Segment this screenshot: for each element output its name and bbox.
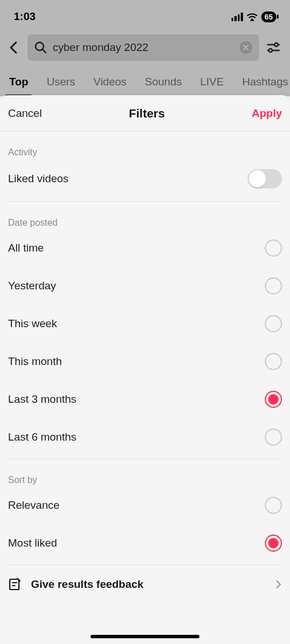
filter-settings-button[interactable] bbox=[265, 39, 282, 56]
row-relevance[interactable]: Relevance bbox=[8, 486, 282, 524]
tab-live[interactable]: LIVE bbox=[191, 70, 233, 96]
svg-rect-7 bbox=[10, 579, 19, 590]
sheet-header: Cancel Filters Apply bbox=[0, 95, 290, 131]
status-right: 65 bbox=[232, 11, 276, 22]
tab-top[interactable]: Top bbox=[0, 70, 37, 96]
section-date-posted: Date posted All time Yesterday This week… bbox=[0, 202, 290, 456]
liked-videos-toggle[interactable] bbox=[248, 169, 282, 189]
row-liked-videos[interactable]: Liked videos bbox=[8, 159, 282, 199]
back-button[interactable] bbox=[6, 40, 22, 56]
search-input[interactable] bbox=[53, 41, 234, 54]
section-activity: Activity Liked videos bbox=[0, 131, 290, 199]
svg-point-0 bbox=[251, 18, 253, 21]
clear-search-button[interactable] bbox=[240, 41, 252, 54]
radio-this-week[interactable] bbox=[265, 315, 282, 332]
row-yesterday[interactable]: Yesterday bbox=[8, 267, 282, 305]
sheet-title: Filters bbox=[129, 107, 165, 120]
row-this-month[interactable]: This month bbox=[8, 343, 282, 380]
option-label: Relevance bbox=[8, 499, 60, 512]
radio-this-month[interactable] bbox=[265, 353, 282, 370]
radio-most-liked[interactable] bbox=[265, 535, 282, 552]
option-label: Most liked bbox=[8, 537, 57, 549]
cellular-signal-icon bbox=[232, 12, 243, 21]
liked-videos-label: Liked videos bbox=[8, 172, 69, 185]
search-row bbox=[0, 31, 290, 65]
battery-level: 65 bbox=[261, 11, 276, 22]
tab-hashtags[interactable]: Hashtags bbox=[233, 70, 290, 96]
apply-button[interactable]: Apply bbox=[252, 107, 282, 120]
tab-videos[interactable]: Videos bbox=[84, 70, 136, 96]
row-all-time[interactable]: All time bbox=[8, 229, 282, 267]
option-label: Yesterday bbox=[8, 280, 56, 292]
tab-users[interactable]: Users bbox=[37, 70, 84, 96]
row-last-6-months[interactable]: Last 6 months bbox=[8, 418, 282, 456]
section-sort-by: Sort by Relevance Most liked bbox=[0, 459, 290, 562]
search-box[interactable] bbox=[28, 34, 259, 61]
chevron-right-icon bbox=[275, 579, 282, 590]
radio-relevance[interactable] bbox=[265, 497, 282, 514]
option-label: Last 6 months bbox=[8, 431, 76, 443]
radio-yesterday[interactable] bbox=[265, 277, 282, 294]
feedback-row[interactable]: Give results feedback bbox=[0, 565, 290, 604]
home-indicator[interactable] bbox=[91, 635, 199, 638]
row-last-3-months[interactable]: Last 3 months bbox=[8, 380, 282, 418]
row-this-week[interactable]: This week bbox=[8, 305, 282, 343]
feedback-label: Give results feedback bbox=[31, 578, 143, 591]
feedback-icon bbox=[8, 578, 22, 591]
section-label-activity: Activity bbox=[8, 131, 282, 159]
svg-point-6 bbox=[269, 49, 272, 52]
chevron-left-icon bbox=[9, 41, 18, 54]
cancel-button[interactable]: Cancel bbox=[8, 107, 42, 120]
option-label: All time bbox=[8, 242, 44, 254]
tabs-row: Top Users Videos Sounds LIVE Hashtags bbox=[0, 65, 290, 96]
status-time: 1:03 bbox=[14, 10, 36, 23]
section-label-sort-by: Sort by bbox=[8, 459, 282, 486]
tab-sounds[interactable]: Sounds bbox=[136, 70, 191, 96]
toggle-knob bbox=[249, 170, 266, 187]
radio-all-time[interactable] bbox=[265, 239, 282, 257]
svg-point-4 bbox=[275, 43, 278, 46]
search-page-background: 1:03 65 bbox=[0, 0, 290, 96]
radio-last-3-months[interactable] bbox=[265, 391, 282, 408]
option-label: This week bbox=[8, 317, 57, 330]
wifi-icon bbox=[246, 12, 258, 21]
svg-line-2 bbox=[43, 50, 46, 53]
search-icon bbox=[34, 41, 47, 54]
filters-sheet: Cancel Filters Apply Activity Liked vide… bbox=[0, 95, 290, 644]
feedback-left: Give results feedback bbox=[8, 578, 143, 591]
status-bar: 1:03 65 bbox=[0, 0, 290, 31]
option-label: This month bbox=[8, 355, 62, 368]
section-label-date-posted: Date posted bbox=[8, 202, 282, 229]
row-most-liked[interactable]: Most liked bbox=[8, 524, 282, 562]
radio-last-6-months[interactable] bbox=[265, 429, 282, 446]
close-icon bbox=[243, 45, 249, 50]
sliders-icon bbox=[267, 42, 280, 53]
option-label: Last 3 months bbox=[8, 393, 76, 406]
